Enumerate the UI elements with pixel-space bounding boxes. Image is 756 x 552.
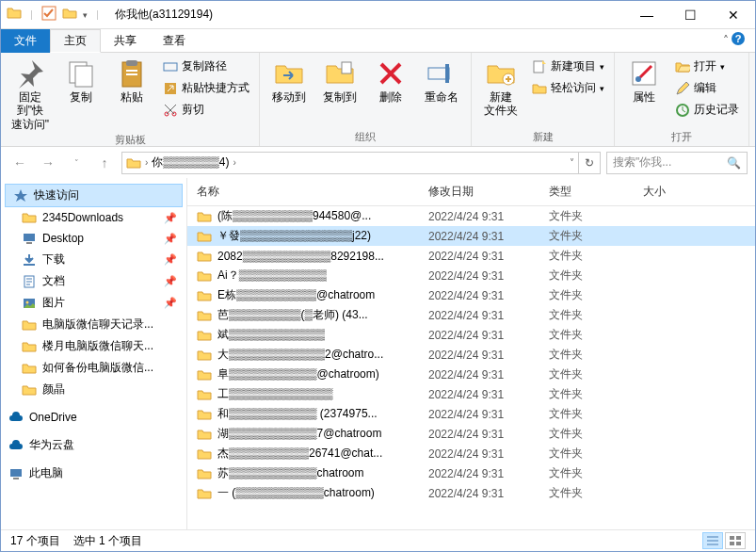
nav-item[interactable]: 颜晶 [1,379,186,400]
nav-item[interactable]: 如何备份电脑版微信... [1,357,186,379]
nav-item[interactable]: 下载📌 [1,249,186,270]
svg-point-38 [26,300,29,303]
nav-item[interactable]: 文档📌 [1,270,186,292]
table-row[interactable]: Ai？▒▒▒▒▒▒▒▒▒▒▒2022/4/24 9:31文件夹 [187,266,755,285]
navigation-pane[interactable]: 快速访问 2345Downloads📌Desktop📌下载📌文档📌图片📌电脑版微… [1,178,187,529]
table-row[interactable]: 一 (▒▒▒▒▒▒▒▒▒▒▒chatroom)2022/4/24 9:31文件夹 [187,483,755,503]
table-row[interactable]: 大▒▒▒▒▒▒▒▒▒▒▒▒2@chatro...2022/4/24 9:31文件… [187,345,755,365]
rename-button[interactable]: 重命名 [418,55,465,104]
folder-icon[interactable] [62,6,77,24]
svg-rect-39 [10,469,22,477]
table-row[interactable]: 工▒▒▒▒▒▒▒▒▒▒▒▒▒2022/4/24 9:31文件夹 [187,384,755,404]
open-button[interactable]: 打开▾ [671,57,743,76]
nav-icon [22,361,37,376]
table-row[interactable]: 和▒▒▒▒▒▒▒▒▒▒▒ (2374975...2022/4/24 9:31文件… [187,404,755,424]
folder-icon [197,288,212,303]
expand-ribbon-icon[interactable]: ˄ [723,34,729,47]
forward-button[interactable]: → [37,152,59,174]
svg-rect-34 [26,242,32,244]
moveto-button[interactable]: 移动到 [265,55,313,104]
copy-button[interactable]: 复制 [57,55,105,104]
svg-rect-4 [75,66,92,87]
col-size[interactable]: 大小 [643,184,666,200]
col-name[interactable]: 名称 [197,184,428,200]
tab-home[interactable]: 主页 [50,29,101,53]
table-row[interactable]: ￥發▒▒▒▒▒▒▒▒▒▒▒▒▒▒j22)2022/4/24 9:31文件夹 [187,226,755,246]
nav-icon [22,274,37,289]
cloud-icon [8,438,24,453]
easyaccess-button[interactable]: 轻松访问▾ [528,78,608,98]
table-row[interactable]: E栋▒▒▒▒▒▒▒▒▒▒@chatroom2022/4/24 9:31文件夹 [187,285,755,305]
up-button[interactable]: ↑ [93,152,116,174]
nav-thispc[interactable]: 此电脑 [1,456,186,484]
copyto-button[interactable]: 复制到 [316,55,363,104]
group-organize-label: 组织 [265,128,465,146]
nav-item[interactable]: 图片📌 [1,292,186,314]
star-icon [13,188,28,203]
recent-dropdown[interactable]: ˅ [65,152,88,174]
svg-rect-41 [730,536,734,540]
help-icon[interactable]: ? [731,31,746,50]
col-date[interactable]: 修改日期 [428,184,549,200]
minimize-button[interactable]: — [625,1,668,29]
back-button[interactable]: ← [8,152,31,174]
pin-icon: 📌 [164,275,177,287]
delete-button[interactable]: 删除 [367,55,414,104]
nav-item[interactable]: 楼月电脑版微信聊天... [1,335,186,357]
newfolder-button[interactable]: 新建 文件夹 [477,55,524,118]
nav-item[interactable]: Desktop📌 [1,228,186,249]
table-row[interactable]: 阜▒▒▒▒▒▒▒▒▒▒▒@chatroom)2022/4/24 9:31文件夹 [187,365,755,384]
cut-button[interactable]: 剪切 [159,100,253,120]
nav-item[interactable]: 电脑版微信聊天记录... [1,314,186,335]
folder-icon [197,229,212,244]
table-row[interactable]: 2082▒▒▒▒▒▒▒▒▒▒▒8292198...2022/4/24 9:31文… [187,246,755,266]
newitem-icon [532,59,547,74]
checkbox-icon[interactable] [41,6,56,24]
folder-icon [126,155,141,170]
pin-quickaccess-button[interactable]: 固定到"快 速访问" [7,55,54,131]
refresh-button[interactable]: ↻ [578,152,601,174]
status-count: 17 个项目 [10,533,60,549]
pasteshortcut-button[interactable]: 粘贴快捷方式 [159,78,253,98]
folder-icon [197,348,212,363]
svg-rect-17 [534,61,543,73]
table-row[interactable]: 斌▒▒▒▒▒▒▒▒▒▒▒▒2022/4/24 9:31文件夹 [187,325,755,345]
breadcrumb-dropdown[interactable]: ˅ [570,157,574,168]
table-row[interactable]: 苏▒▒▒▒▒▒▒▒▒▒▒chatroom2022/4/24 9:31文件夹 [187,463,755,483]
edit-button[interactable]: 编辑 [671,78,743,98]
table-row[interactable]: 芭▒▒▒▒▒▒▒▒▒(▒老师) (43...2022/4/24 9:31文件夹 [187,305,755,325]
nav-item[interactable]: 2345Downloads📌 [1,207,186,228]
breadcrumb[interactable]: › 你▒▒▒▒▒▒▒4) › ˅ [121,152,579,174]
tab-view[interactable]: 查看 [150,29,199,53]
nav-icon [22,339,37,354]
qat-dropdown[interactable]: ▾ [83,10,88,20]
svg-rect-8 [126,73,137,75]
maximize-button[interactable]: ☐ [668,1,712,29]
table-row[interactable]: 湖▒▒▒▒▒▒▒▒▒▒▒7@chatroom2022/4/24 9:31文件夹 [187,424,755,444]
table-row[interactable]: 杰▒▒▒▒▒▒▒▒▒▒26741@chat...2022/4/24 9:31文件… [187,444,755,463]
open-icon [675,59,690,74]
nav-quick-access[interactable]: 快速访问 [5,184,183,207]
view-details-button[interactable] [702,532,723,549]
tab-file[interactable]: 文件 [1,29,50,53]
breadcrumb-item[interactable]: 你▒▒▒▒▒▒▒4) [152,154,229,170]
search-input[interactable]: 搜索"你我... 🔍 [606,152,748,174]
close-button[interactable]: ✕ [712,1,755,29]
folder-icon [197,466,212,481]
view-icons-button[interactable] [725,532,746,549]
pin-icon: 📌 [164,212,177,224]
properties-button[interactable]: 属性 [620,55,668,104]
paste-button[interactable]: 粘贴 [108,55,155,104]
table-row[interactable]: (陈▒▒▒▒▒▒▒▒▒▒944580@...2022/4/24 9:31文件夹 [187,206,755,226]
copypath-button[interactable]: 复制路径 [159,57,253,76]
cloud-icon [8,410,24,425]
nav-icon [22,252,37,268]
svg-rect-6 [126,60,137,66]
newitem-button[interactable]: 新建项目▾ [528,57,608,76]
tab-share[interactable]: 共享 [101,29,150,53]
copy-icon [66,58,96,89]
col-type[interactable]: 类型 [549,184,643,200]
history-button[interactable]: 历史记录 [671,100,743,120]
nav-onedrive[interactable]: OneDrive [1,400,186,428]
nav-huawei[interactable]: 华为云盘 [1,428,186,456]
